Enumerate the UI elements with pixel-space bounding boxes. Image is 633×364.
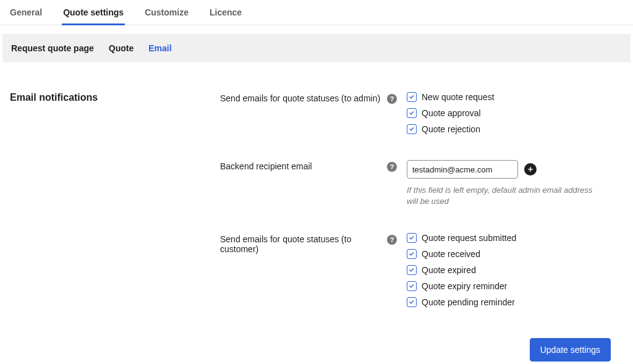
- sub-tab-quote[interactable]: Quote: [109, 43, 134, 53]
- tab-quote-settings[interactable]: Quote settings: [62, 5, 125, 25]
- sub-tabs: Request quote page Quote Email: [2, 34, 631, 62]
- check-item-quote-approval[interactable]: Quote approval: [407, 108, 623, 118]
- checkbox-label: Quote expiry reminder: [422, 281, 508, 291]
- footer-actions: Update settings: [0, 307, 633, 364]
- check-item-quote-received[interactable]: Quote received: [407, 249, 623, 259]
- check-icon: [408, 234, 415, 242]
- sub-tab-request-quote-page[interactable]: Request quote page: [11, 43, 94, 53]
- backend-email-helper: If this field is left empty, default adm…: [407, 185, 605, 207]
- tab-customize[interactable]: Customize: [143, 5, 190, 25]
- help-icon[interactable]: ?: [387, 162, 397, 172]
- check-icon: [408, 298, 415, 306]
- field-label-backend-email: Backend recipient email: [220, 161, 382, 171]
- tab-general[interactable]: General: [9, 5, 43, 25]
- checkbox-label: Quote rejection: [422, 124, 480, 134]
- tab-licence[interactable]: Licence: [208, 5, 243, 25]
- check-icon: [408, 250, 415, 258]
- check-item-quote-rejection[interactable]: Quote rejection: [407, 124, 623, 134]
- check-icon: [408, 282, 415, 290]
- checkbox-label: Quote pending reminder: [422, 297, 515, 307]
- checkbox[interactable]: [407, 108, 417, 118]
- checkbox-label: New quote request: [422, 92, 495, 102]
- section-title-email-notifications: Email notifications: [10, 92, 220, 103]
- admin-status-check-list: New quote request Quote approval Quote r…: [407, 92, 623, 134]
- checkbox[interactable]: [407, 92, 417, 102]
- sub-tab-email[interactable]: Email: [148, 43, 171, 53]
- checkbox[interactable]: [407, 297, 417, 307]
- add-email-button[interactable]: [524, 163, 537, 176]
- checkbox[interactable]: [407, 124, 417, 134]
- checkbox[interactable]: [407, 249, 417, 259]
- settings-block: Email notifications Send emails for quot…: [0, 62, 633, 307]
- check-item-new-quote-request[interactable]: New quote request: [407, 92, 623, 102]
- check-item-quote-expired[interactable]: Quote expired: [407, 265, 623, 275]
- check-item-quote-request-submitted[interactable]: Quote request submitted: [407, 233, 623, 243]
- checkbox-label: Quote approval: [422, 108, 481, 118]
- help-icon[interactable]: ?: [387, 94, 397, 104]
- field-label-admin-statuses: Send emails for quote statuses (to admin…: [220, 93, 382, 103]
- checkbox[interactable]: [407, 233, 417, 243]
- checkbox[interactable]: [407, 265, 417, 275]
- help-icon[interactable]: ?: [387, 235, 397, 245]
- field-backend-email: Backend recipient email ? If this field …: [220, 160, 623, 207]
- backend-email-input[interactable]: [407, 160, 518, 179]
- checkbox-label: Quote expired: [422, 265, 476, 275]
- checkbox-label: Quote request submitted: [422, 233, 516, 243]
- checkbox-label: Quote received: [422, 249, 480, 259]
- plus-icon: [527, 166, 534, 173]
- check-icon: [408, 93, 415, 101]
- field-customer-statuses: Send emails for quote statuses (to custo…: [220, 233, 623, 307]
- customer-status-check-list: Quote request submitted Quote received Q…: [407, 233, 623, 307]
- field-label-customer-statuses: Send emails for quote statuses (to custo…: [220, 234, 382, 254]
- check-icon: [408, 125, 415, 133]
- check-item-quote-expiry-reminder[interactable]: Quote expiry reminder: [407, 281, 623, 291]
- check-icon: [408, 266, 415, 274]
- check-item-quote-pending-reminder[interactable]: Quote pending reminder: [407, 297, 623, 307]
- check-icon: [408, 109, 415, 117]
- top-tabs: General Quote settings Customize Licence: [0, 0, 633, 25]
- checkbox[interactable]: [407, 281, 417, 291]
- field-admin-statuses: Send emails for quote statuses (to admin…: [220, 92, 623, 134]
- update-settings-button[interactable]: Update settings: [530, 338, 611, 362]
